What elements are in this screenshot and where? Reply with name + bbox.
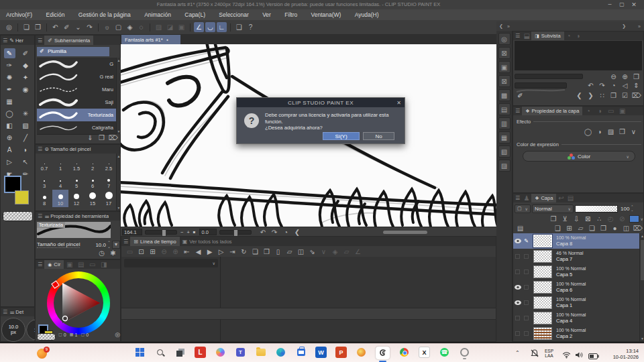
color-set-tab-icon[interactable]: ▤ (76, 259, 86, 269)
rotate-right-icon[interactable]: ↷ (597, 80, 607, 90)
prop-tab-extract-icon[interactable]: ▭ (606, 106, 616, 116)
layer-thumbnail[interactable] (533, 296, 552, 309)
language-indicator[interactable]: ESP LAA (545, 349, 553, 358)
powerpoint-icon[interactable]: P (335, 347, 347, 358)
visibility-checkbox[interactable] (515, 331, 520, 336)
layer-row[interactable]: 100 % Normal Capa 1 (513, 295, 639, 311)
layer-name[interactable]: Capa 8 (556, 241, 586, 247)
clip-to-layer-icon[interactable]: ❐ (549, 214, 559, 224)
layer-thumbnail[interactable] (533, 312, 552, 324)
subview-tab[interactable]: ◨ Subvista (531, 32, 564, 40)
subview-zoom-slider[interactable] (515, 74, 583, 79)
selected-subtool-group[interactable]: ✐ Plumilla (37, 47, 109, 56)
whatsapp-icon[interactable]: ☎ (439, 347, 450, 358)
next-frame-icon[interactable]: ▷ (216, 247, 226, 257)
taskbar-pinned-app[interactable]: 9 (36, 347, 50, 360)
brightness-icon[interactable]: ☼ (102, 22, 112, 32)
layer-row[interactable]: 100 % Normal Capa 6 (513, 280, 639, 296)
subtool-item[interactable]: Saji (37, 96, 116, 109)
item-bank-tab-icon[interactable]: ◔ (565, 31, 573, 41)
blend-mode-dropdown[interactable]: Normal ∨ (532, 204, 574, 213)
material-color-pattern-icon[interactable]: ⊠ (498, 47, 511, 59)
x-app-icon[interactable]: X (419, 347, 430, 358)
rotate-left-icon[interactable]: ↶ (586, 80, 596, 90)
light-table-icon[interactable]: ⇘ (307, 247, 317, 257)
panel-menu-icon[interactable]: ☰ (515, 195, 520, 201)
pen-tool-icon[interactable]: ✎ (4, 48, 15, 58)
hue-ring[interactable] (47, 272, 110, 335)
gradient-tool-icon[interactable]: ◧ (4, 121, 15, 131)
notification-bell-icon[interactable] (530, 349, 539, 361)
scroll-up-icon[interactable]: ▲ (117, 58, 121, 62)
expand-selection-icon[interactable]: ▣ (176, 22, 186, 32)
close-button[interactable]: ✕ (629, 0, 639, 9)
layer-list-icon[interactable]: ▤ (515, 223, 525, 233)
maximize-button[interactable]: ▢ (617, 0, 627, 9)
wifi-icon[interactable] (562, 349, 571, 361)
frame-tool-icon[interactable]: ▦ (4, 97, 15, 107)
minimize-button[interactable]: – (605, 0, 614, 9)
delete-layer-icon[interactable]: ⌦ (633, 223, 643, 233)
timeline-settings-icon[interactable]: ⊡ (136, 247, 146, 257)
tray-chevron-icon[interactable]: ⌃ (515, 350, 520, 356)
layer-name[interactable]: Capa 7 (556, 257, 583, 263)
material-download-icon[interactable]: ▧ (498, 145, 511, 158)
brush-size-cell[interactable]: 2 (85, 155, 101, 172)
prop-tab-3d-icon[interactable]: ▣ (617, 106, 627, 116)
deselect-icon[interactable]: ▨ (154, 22, 164, 32)
tone-tool-icon[interactable]: ▧ (20, 121, 32, 131)
color-wheel-tab[interactable]: ◉ Cír (44, 260, 64, 269)
brush-size-cell[interactable]: 7 (101, 172, 117, 190)
chevron-down-icon[interactable]: ∨ (319, 247, 329, 257)
material-history-icon[interactable]: ▨ (498, 160, 511, 172)
layer-property-tab[interactable]: ❖ Propiedad de la capa (522, 107, 582, 115)
subview-preview[interactable] (515, 41, 642, 70)
microsoft-store-icon[interactable] (295, 347, 307, 358)
graph-editor-icon[interactable]: ▱ (341, 247, 352, 257)
transparent-color-swatch[interactable] (3, 211, 33, 221)
subtool-item[interactable]: Maru (37, 83, 116, 97)
flip-icon[interactable]: ◁ (620, 80, 630, 90)
cel-settings-icon[interactable]: ❐ (262, 247, 272, 257)
draft-layer-icon[interactable]: ⊘ (617, 214, 627, 224)
go-first-frame-icon[interactable]: ⇤ (182, 247, 192, 257)
start-button[interactable] (134, 347, 146, 358)
airbrush-tool-icon[interactable]: ✺ (4, 72, 15, 82)
fill-icon[interactable]: ◈ (125, 22, 135, 32)
prop-tab-border-icon[interactable]: ◑ (594, 106, 604, 116)
panel-menu-icon[interactable]: ☰ (38, 261, 42, 267)
scroll-down-icon[interactable]: ▼ (117, 206, 121, 210)
color-mode-icon[interactable]: ◎ (115, 331, 120, 338)
effect-tone-icon[interactable]: ◑ (594, 127, 604, 137)
brush-size-cell[interactable]: 17 (101, 190, 117, 207)
brush-size-indicator-large[interactable]: 10.0 px (1, 318, 25, 342)
timeline-content[interactable]: ∨ (121, 257, 496, 341)
figure-tool-icon[interactable]: ▷ (4, 157, 15, 167)
subtool-item[interactable]: G real (37, 70, 116, 84)
zoom-slider[interactable] (145, 230, 177, 235)
animation-cels-tab-icon[interactable]: ♟ (523, 193, 531, 203)
material-3d-icon[interactable]: ▤ (498, 103, 511, 115)
effect-layer-color-icon[interactable]: ❐ (617, 127, 627, 137)
volume-icon[interactable] (575, 349, 584, 361)
panel-menu-icon[interactable]: ☰ (515, 108, 520, 114)
edit-checkbox[interactable] (524, 316, 529, 320)
chrome-icon[interactable] (398, 347, 410, 358)
duplicate-subtool-icon[interactable]: ❐ (97, 133, 107, 143)
zoom-in-icon[interactable]: ⊕ (170, 247, 180, 257)
decoration-tool-icon[interactable]: ✦ (20, 72, 32, 82)
brush-size-cell[interactable]: 8 (36, 190, 52, 207)
brush-size-cell[interactable]: 6 (85, 172, 101, 190)
timeline-new-icon[interactable]: ▭ (125, 247, 135, 257)
divide-panel-icon[interactable]: ⊻ (560, 214, 570, 224)
rotation-slider[interactable] (219, 230, 252, 235)
material-tab-icon[interactable]: ▤ (566, 193, 574, 203)
keyframe-icon[interactable]: ◈ (330, 247, 340, 257)
information-tab-icon[interactable]: ◑ (574, 31, 582, 41)
edit-checkbox[interactable] (524, 285, 529, 290)
play-icon[interactable]: ▶ (205, 247, 215, 257)
text-tool-icon[interactable]: A (4, 145, 15, 155)
layer-mask-icon[interactable]: ◫ (621, 223, 631, 233)
yes-button[interactable]: Sí(Y) (323, 132, 360, 140)
paint-app-icon[interactable] (356, 347, 367, 358)
